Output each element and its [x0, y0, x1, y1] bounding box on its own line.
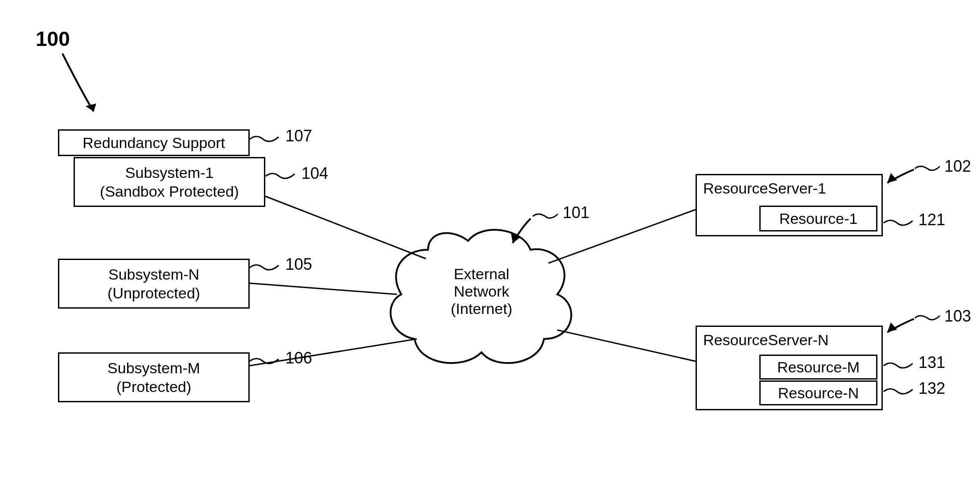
- subsystem-m-line2: (Protected): [116, 377, 191, 396]
- ref-104: 104: [301, 164, 328, 183]
- resource-server-1-box: ResourceServer-1 Resource-1: [696, 174, 883, 236]
- cloud-line2: Network: [424, 283, 539, 300]
- resource-n-box: Resource-N: [759, 380, 877, 405]
- subsystem-1-line1: Subsystem-1: [125, 163, 214, 182]
- connection-lines: [0, 0, 980, 483]
- resource-server-1-label: ResourceServer-1: [703, 179, 826, 198]
- cloud-line1: External: [424, 265, 539, 283]
- resource-server-n-box: ResourceServer-N Resource-M Resource-N: [696, 326, 883, 410]
- ref-103: 103: [944, 307, 971, 326]
- figure-number: 100: [36, 27, 70, 51]
- svg-line-1: [250, 283, 397, 294]
- cloud-shape: [0, 0, 980, 483]
- resource-n-label: Resource-N: [778, 384, 859, 403]
- subsystem-m-line1: Subsystem-M: [107, 359, 200, 378]
- ref-132: 132: [918, 379, 945, 398]
- subsystem-1-box: Subsystem-1 (Sandbox Protected): [74, 157, 265, 207]
- subsystem-n-box: Subsystem-N (Unprotected): [58, 259, 250, 309]
- ref-131: 131: [918, 353, 945, 372]
- cloud-text: External Network (Internet): [424, 265, 539, 318]
- ref-121: 121: [918, 211, 945, 229]
- svg-line-4: [557, 330, 696, 361]
- resource-1-label: Resource-1: [779, 209, 858, 228]
- resource-1-box: Resource-1: [759, 206, 877, 231]
- figure-arrow: [0, 0, 980, 483]
- redundancy-support-box: Redundancy Support: [58, 129, 250, 156]
- ref-leaders: [0, 0, 980, 483]
- resource-m-label: Resource-M: [777, 358, 860, 377]
- resource-m-box: Resource-M: [759, 355, 877, 380]
- svg-line-2: [250, 339, 417, 366]
- diagram-stage: 100 Redundancy Support Subsystem-1 (Sand…: [0, 0, 980, 483]
- svg-line-0: [265, 196, 426, 259]
- subsystem-n-line2: (Unprotected): [107, 284, 200, 303]
- ref-107: 107: [285, 127, 312, 145]
- ref-101: 101: [563, 203, 589, 222]
- redundancy-label: Redundancy Support: [82, 133, 225, 153]
- resource-server-n-label: ResourceServer-N: [703, 330, 829, 350]
- subsystem-m-box: Subsystem-M (Protected): [58, 352, 250, 402]
- subsystem-n-line1: Subsystem-N: [108, 265, 199, 284]
- ref-105: 105: [285, 255, 312, 274]
- ref-102: 102: [944, 157, 971, 176]
- ref-106: 106: [285, 349, 312, 367]
- cloud-line3: (Internet): [424, 300, 539, 318]
- subsystem-1-line2: (Sandbox Protected): [100, 182, 239, 201]
